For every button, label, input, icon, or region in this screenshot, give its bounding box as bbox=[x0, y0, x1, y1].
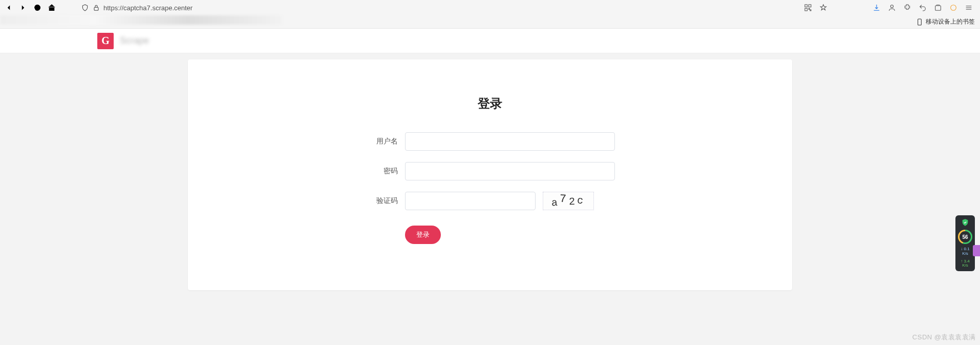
browser-toolbar: https://captcha7.scrape.center bbox=[0, 0, 980, 15]
label-password: 密码 bbox=[367, 167, 398, 176]
bookmark-label: 移动设备上的书签 bbox=[926, 17, 975, 26]
pin-icon[interactable] bbox=[949, 4, 957, 12]
account-icon[interactable] bbox=[888, 4, 896, 12]
undo-icon[interactable] bbox=[919, 4, 927, 12]
toolbar-right bbox=[804, 4, 973, 12]
svg-rect-7 bbox=[935, 6, 941, 10]
username-input[interactable] bbox=[405, 132, 615, 151]
shield-icon bbox=[81, 4, 89, 12]
svg-rect-4 bbox=[808, 8, 809, 9]
reload-button[interactable] bbox=[33, 3, 42, 12]
lock-icon bbox=[92, 4, 100, 12]
captcha-char-4: c bbox=[577, 194, 586, 207]
svg-rect-9 bbox=[918, 19, 922, 25]
watermark: CSDN @袁袁袁袁满 bbox=[912, 333, 976, 342]
svg-rect-1 bbox=[805, 5, 807, 7]
menu-icon[interactable] bbox=[965, 4, 973, 12]
content-area: 登录 用户名 密码 验证码 a 7 2 c 登录 bbox=[0, 53, 980, 290]
back-button[interactable] bbox=[4, 3, 13, 12]
forward-button[interactable] bbox=[18, 3, 28, 12]
address-bar[interactable]: https://captcha7.scrape.center bbox=[81, 4, 800, 12]
qr-icon[interactable] bbox=[804, 4, 812, 12]
svg-rect-3 bbox=[805, 8, 807, 11]
nav-buttons bbox=[4, 3, 56, 12]
perf-widget[interactable]: 56 ↓ 0.1K/s ↑ 3.4K/s bbox=[955, 215, 975, 271]
password-input[interactable] bbox=[405, 162, 615, 180]
captcha-char-2: 7 bbox=[560, 192, 569, 206]
row-captcha: 验证码 a 7 2 c bbox=[188, 192, 792, 210]
net-down: ↓ 0.1K/s bbox=[961, 247, 969, 256]
login-button[interactable]: 登录 bbox=[405, 226, 441, 244]
device-icon bbox=[915, 18, 924, 26]
row-password: 密码 bbox=[188, 162, 792, 180]
login-card: 登录 用户名 密码 验证码 a 7 2 c 登录 bbox=[188, 59, 792, 290]
blurred-tabs bbox=[0, 15, 282, 25]
url-text: https://captcha7.scrape.center bbox=[103, 4, 193, 12]
site-brand: Scrape bbox=[120, 35, 149, 46]
captcha-input[interactable] bbox=[405, 192, 536, 210]
label-username: 用户名 bbox=[367, 137, 398, 146]
svg-rect-2 bbox=[808, 5, 811, 7]
captcha-char-1: a bbox=[551, 196, 560, 209]
tab-icon[interactable] bbox=[934, 4, 942, 12]
bookmark-mobile[interactable]: 移动设备上的书签 bbox=[915, 17, 975, 26]
download-icon[interactable] bbox=[872, 4, 881, 12]
extensions-icon[interactable] bbox=[903, 4, 911, 12]
site-logo[interactable]: G bbox=[97, 33, 114, 49]
side-tab[interactable] bbox=[973, 245, 980, 256]
net-up: ↑ 3.4K/s bbox=[961, 259, 969, 269]
row-submit: 登录 bbox=[188, 226, 792, 244]
shield-ok-icon bbox=[961, 218, 969, 227]
row-username: 用户名 bbox=[188, 132, 792, 151]
svg-rect-0 bbox=[94, 7, 98, 10]
svg-point-6 bbox=[890, 5, 893, 8]
label-captcha: 验证码 bbox=[367, 196, 398, 206]
star-icon[interactable] bbox=[819, 4, 827, 12]
score-ring: 56 bbox=[958, 230, 972, 244]
score-value: 56 bbox=[960, 231, 971, 242]
svg-point-8 bbox=[951, 5, 956, 11]
captcha-image[interactable]: a 7 2 c bbox=[543, 192, 594, 210]
home-button[interactable] bbox=[47, 3, 56, 12]
site-header: G Scrape bbox=[0, 29, 980, 53]
login-title: 登录 bbox=[188, 95, 792, 112]
svg-rect-5 bbox=[810, 10, 811, 11]
captcha-char-3: 2 bbox=[568, 195, 577, 208]
